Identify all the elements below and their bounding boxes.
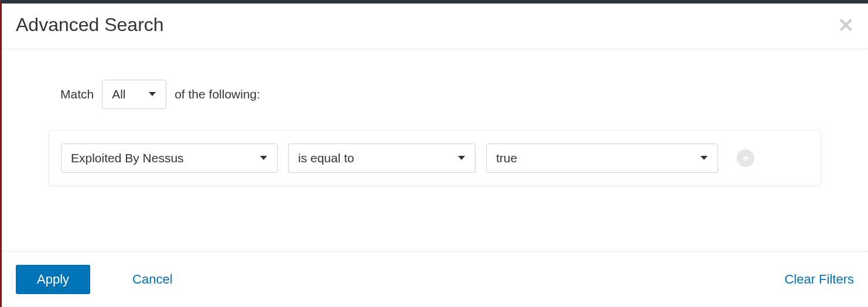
match-label: Match: [60, 87, 94, 101]
match-select-value: All: [112, 87, 125, 101]
close-icon[interactable]: ✕: [838, 15, 854, 35]
filter-value-select[interactable]: true: [486, 144, 718, 173]
filter-operator-value: is equal to: [298, 151, 354, 165]
clear-filters-button[interactable]: Clear Filters: [784, 272, 854, 287]
filter-operator-select[interactable]: is equal to: [288, 144, 476, 173]
filter-value-value: true: [496, 151, 517, 165]
dialog-header: Advanced Search ✕: [2, 4, 868, 49]
plus-icon: +: [742, 152, 749, 165]
add-filter-button[interactable]: +: [737, 149, 754, 167]
caret-down-icon: [700, 155, 708, 161]
cancel-button[interactable]: Cancel: [132, 272, 172, 287]
filter-field-select[interactable]: Exploited By Nessus: [61, 144, 278, 173]
filter-field-value: Exploited By Nessus: [71, 151, 184, 165]
dialog-title: Advanced Search: [16, 14, 164, 36]
filter-row: Exploited By Nessus is equal to true +: [49, 130, 821, 186]
dialog-footer: Apply Cancel Clear Filters: [2, 251, 868, 307]
footer-left: Apply Cancel: [16, 265, 173, 294]
dialog-body: Match All of the following: Exploited By…: [2, 49, 868, 251]
match-suffix: of the following:: [175, 87, 260, 101]
caret-down-icon: [259, 155, 268, 161]
apply-button[interactable]: Apply: [16, 265, 90, 294]
caret-down-icon: [457, 155, 466, 161]
caret-down-icon: [148, 91, 156, 97]
match-select[interactable]: All: [102, 80, 166, 109]
match-row: Match All of the following:: [49, 80, 821, 109]
